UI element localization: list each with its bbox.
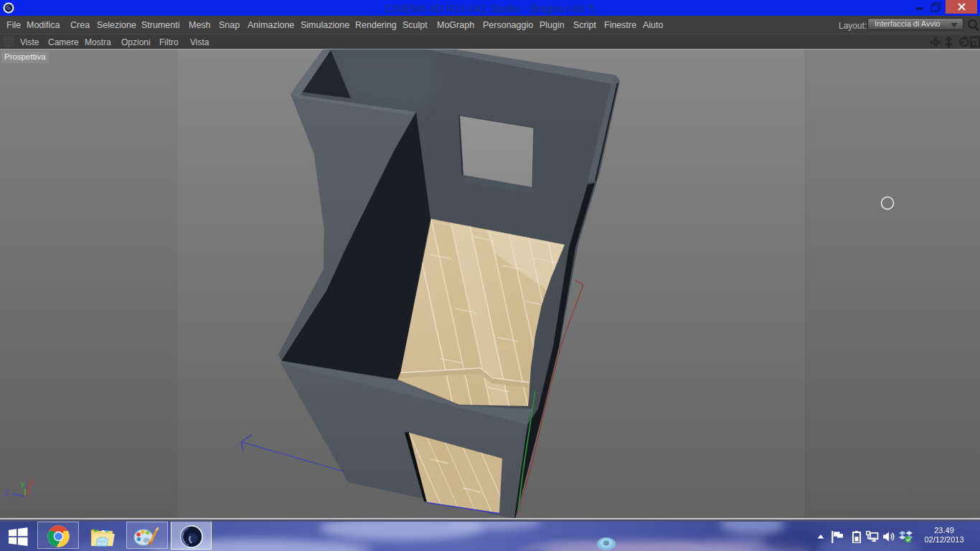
svg-text:Z: Z — [4, 489, 9, 497]
svg-text:X: X — [29, 478, 34, 486]
svg-text:Y: Y — [20, 481, 25, 489]
